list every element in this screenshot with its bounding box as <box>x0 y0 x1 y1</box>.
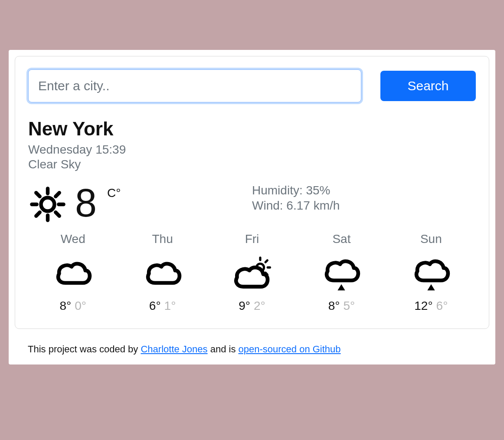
forecast-temps: 9°2° <box>207 299 297 313</box>
today-left: 8 C° <box>28 183 252 226</box>
current-day-time: Wednesday 15:39 <box>28 142 476 157</box>
forecast-temps: 12°6° <box>386 299 476 313</box>
footer: This project was coded by Charlotte Jone… <box>15 329 489 355</box>
today-right: Humidity: 35% Wind: 6.17 km/h <box>252 183 476 213</box>
cloud-rain-icon <box>297 251 386 295</box>
github-link[interactable]: open-sourced on Github <box>239 344 341 355</box>
current-temp: 8 <box>75 183 97 223</box>
forecast-lo: 6° <box>436 299 448 312</box>
forecast-day: Sun 12°6° <box>386 232 476 313</box>
sun-icon <box>28 183 67 226</box>
temp-unit: C° <box>107 183 121 200</box>
wind-label: Wind: 6.17 km/h <box>252 198 476 213</box>
app-container: Search New York Wednesday 15:39 Clear Sk… <box>9 50 495 364</box>
forecast-day-name: Wed <box>28 232 118 246</box>
forecast-hi: 8° <box>328 299 340 312</box>
forecast-temps: 8°5° <box>297 299 386 313</box>
forecast-lo: 5° <box>343 299 355 312</box>
footer-middle: and is <box>208 344 239 355</box>
forecast-hi: 6° <box>149 299 161 312</box>
search-button[interactable]: Search <box>380 71 476 101</box>
forecast-day-name: Sun <box>386 232 476 246</box>
cloud-icon <box>118 251 207 295</box>
forecast-temps: 8°0° <box>28 299 118 313</box>
forecast-lo: 1° <box>164 299 176 312</box>
forecast-lo: 2° <box>254 299 265 312</box>
footer-prefix: This project was coded by <box>28 344 141 355</box>
city-name: New York <box>28 118 476 140</box>
author-link[interactable]: Charlotte Jones <box>141 344 207 355</box>
forecast-day: Thu 6°1° <box>118 232 207 313</box>
forecast-lo: 0° <box>75 299 86 312</box>
forecast-hi: 8° <box>59 299 71 312</box>
forecast-temps: 6°1° <box>118 299 207 313</box>
forecast-day-name: Sat <box>297 232 386 246</box>
today-row: 8 C° Humidity: 35% Wind: 6.17 km/h <box>28 183 476 226</box>
forecast-day: Wed 8°0° <box>28 232 118 313</box>
current-meta: Wednesday 15:39 Clear Sky <box>28 142 476 171</box>
forecast-hi: 9° <box>239 299 250 312</box>
weather-card: Search New York Wednesday 15:39 Clear Sk… <box>15 56 489 329</box>
forecast-day: Sat 8°5° <box>297 232 386 313</box>
city-search-input[interactable] <box>28 69 361 102</box>
humidity-label: Humidity: 35% <box>252 183 476 198</box>
forecast-row: Wed 8°0° Thu 6°1° Fri 9°2° <box>28 232 476 313</box>
forecast-day: Fri 9°2° <box>207 232 297 313</box>
sun-cloud-icon <box>207 251 297 295</box>
cloud-rain-icon <box>386 251 476 295</box>
forecast-day-name: Thu <box>118 232 207 246</box>
forecast-day-name: Fri <box>207 232 297 246</box>
forecast-hi: 12° <box>414 299 432 312</box>
search-row: Search <box>28 69 476 102</box>
current-condition: Clear Sky <box>28 157 476 172</box>
cloud-icon <box>28 251 118 295</box>
